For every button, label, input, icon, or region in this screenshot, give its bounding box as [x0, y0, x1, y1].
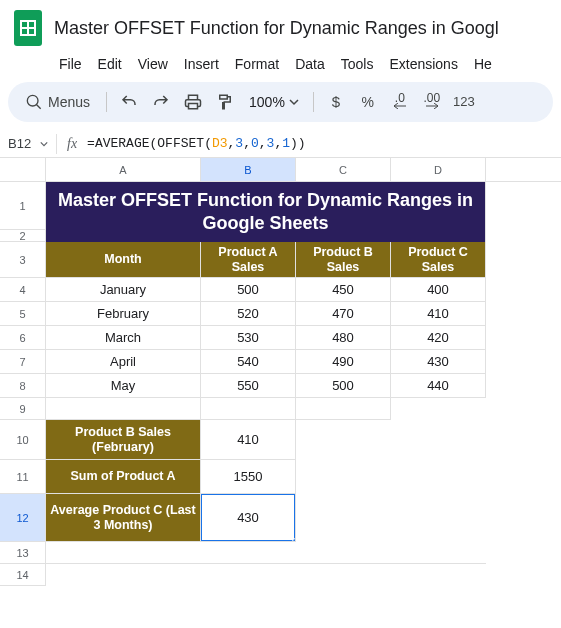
- row-header-5[interactable]: 5: [0, 302, 46, 326]
- cell[interactable]: March: [46, 326, 201, 350]
- name-box-value: B12: [8, 136, 31, 151]
- header-product-a[interactable]: Product A Sales: [201, 242, 296, 278]
- row-header-8[interactable]: 8: [0, 374, 46, 398]
- cell[interactable]: 400: [391, 278, 486, 302]
- menu-tools[interactable]: Tools: [334, 52, 381, 76]
- row-header-12[interactable]: 12: [0, 494, 46, 542]
- cell[interactable]: [296, 460, 391, 494]
- cell[interactable]: April: [46, 350, 201, 374]
- cell[interactable]: 540: [201, 350, 296, 374]
- cell[interactable]: [296, 542, 391, 564]
- number-format-button[interactable]: 123: [450, 88, 478, 116]
- menu-file[interactable]: File: [52, 52, 89, 76]
- cell[interactable]: [46, 564, 201, 586]
- percent-button[interactable]: %: [354, 88, 382, 116]
- cell[interactable]: [296, 564, 391, 586]
- zoom-dropdown[interactable]: 100%: [243, 94, 305, 110]
- increase-decimal-button[interactable]: .00: [418, 88, 446, 116]
- cell[interactable]: February: [46, 302, 201, 326]
- print-button[interactable]: [179, 88, 207, 116]
- row-header-13[interactable]: 13: [0, 542, 46, 564]
- row-header-6[interactable]: 6: [0, 326, 46, 350]
- header-month[interactable]: Month: [46, 242, 201, 278]
- cell[interactable]: 500: [296, 374, 391, 398]
- row-header-2[interactable]: 2: [0, 230, 46, 242]
- row-header-14[interactable]: 14: [0, 564, 46, 586]
- cell[interactable]: [46, 398, 201, 420]
- row-header-3[interactable]: 3: [0, 242, 46, 278]
- menu-help[interactable]: He: [467, 52, 499, 76]
- cell[interactable]: [391, 494, 486, 542]
- cell[interactable]: 530: [201, 326, 296, 350]
- summary-label[interactable]: Average Product C (Last 3 Months): [46, 494, 201, 542]
- sheets-logo[interactable]: [8, 8, 48, 48]
- summary-value[interactable]: 410: [201, 420, 296, 460]
- menu-extensions[interactable]: Extensions: [382, 52, 464, 76]
- menu-insert[interactable]: Insert: [177, 52, 226, 76]
- menu-view[interactable]: View: [131, 52, 175, 76]
- chevron-down-icon: [289, 97, 299, 107]
- formula-num: 1: [282, 136, 290, 151]
- menus-button[interactable]: Menus: [18, 88, 98, 116]
- header-product-b[interactable]: Product B Sales: [296, 242, 391, 278]
- cell[interactable]: [391, 542, 486, 564]
- row-header-11[interactable]: 11: [0, 460, 46, 494]
- menus-label: Menus: [48, 94, 90, 110]
- col-header-D[interactable]: D: [391, 158, 486, 181]
- menu-data[interactable]: Data: [288, 52, 332, 76]
- col-header-A[interactable]: A: [46, 158, 201, 181]
- cell[interactable]: 520: [201, 302, 296, 326]
- cell[interactable]: January: [46, 278, 201, 302]
- cell[interactable]: 410: [391, 302, 486, 326]
- arrow-right-icon: [426, 103, 438, 109]
- cell[interactable]: May: [46, 374, 201, 398]
- summary-label[interactable]: Product B Sales (February): [46, 420, 201, 460]
- redo-icon: [152, 93, 170, 111]
- cell[interactable]: [391, 564, 486, 586]
- currency-button[interactable]: $: [322, 88, 350, 116]
- row-header-4[interactable]: 4: [0, 278, 46, 302]
- cell[interactable]: 500: [201, 278, 296, 302]
- cell[interactable]: [296, 494, 391, 542]
- formula-num: 3: [235, 136, 243, 151]
- active-cell-B12[interactable]: 430: [201, 494, 296, 542]
- cell[interactable]: [46, 542, 201, 564]
- menu-format[interactable]: Format: [228, 52, 286, 76]
- formula-bar[interactable]: =AVERAGE(OFFSET(D3,3,0,3,1)): [87, 136, 561, 151]
- paint-format-button[interactable]: [211, 88, 239, 116]
- row-header-1[interactable]: 1: [0, 182, 46, 230]
- cell[interactable]: [201, 542, 296, 564]
- cell[interactable]: 490: [296, 350, 391, 374]
- cell[interactable]: [201, 398, 296, 420]
- name-box[interactable]: B12: [0, 136, 56, 151]
- cell[interactable]: [391, 460, 486, 494]
- cell[interactable]: 430: [391, 350, 486, 374]
- cell[interactable]: 550: [201, 374, 296, 398]
- cell[interactable]: 450: [296, 278, 391, 302]
- decrease-decimal-button[interactable]: .0: [386, 88, 414, 116]
- cell[interactable]: [391, 420, 486, 460]
- undo-button[interactable]: [115, 88, 143, 116]
- cell[interactable]: [296, 420, 391, 460]
- row-header-10[interactable]: 10: [0, 420, 46, 460]
- redo-button[interactable]: [147, 88, 175, 116]
- cell[interactable]: 480: [296, 326, 391, 350]
- col-header-C[interactable]: C: [296, 158, 391, 181]
- doc-title[interactable]: Master OFFSET Function for Dynamic Range…: [54, 18, 499, 39]
- row-header-7[interactable]: 7: [0, 350, 46, 374]
- summary-value[interactable]: 1550: [201, 460, 296, 494]
- cell[interactable]: [201, 564, 296, 586]
- select-all-corner[interactable]: [0, 158, 46, 181]
- cell[interactable]: 440: [391, 374, 486, 398]
- menu-edit[interactable]: Edit: [91, 52, 129, 76]
- cell[interactable]: 470: [296, 302, 391, 326]
- summary-label[interactable]: Sum of Product A: [46, 460, 201, 494]
- spreadsheet-grid[interactable]: A B C D 1 Master OFFSET Function for Dyn…: [0, 158, 561, 586]
- header-product-c[interactable]: Product C Sales: [391, 242, 486, 278]
- col-header-B[interactable]: B: [201, 158, 296, 181]
- cell[interactable]: 420: [391, 326, 486, 350]
- cell[interactable]: [296, 398, 391, 420]
- banner-cell[interactable]: Master OFFSET Function for Dynamic Range…: [46, 182, 486, 242]
- cell[interactable]: [391, 398, 486, 420]
- row-header-9[interactable]: 9: [0, 398, 46, 420]
